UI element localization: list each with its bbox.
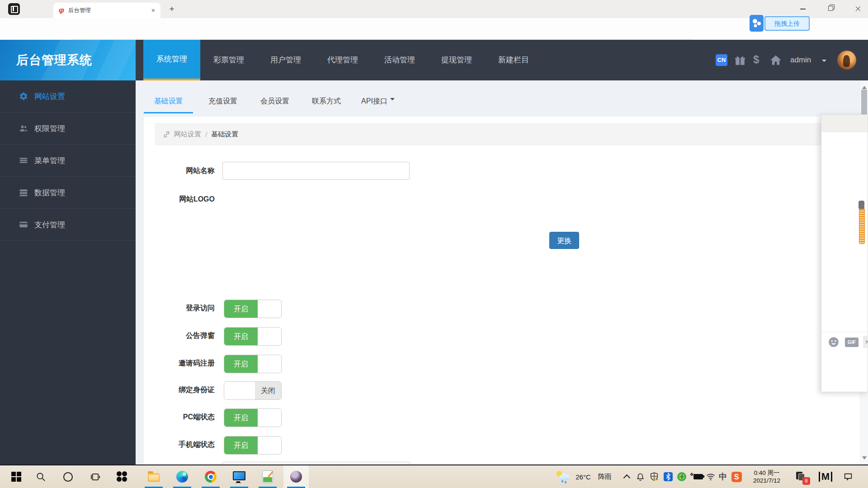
taskbar-image-editor[interactable] (255, 465, 280, 488)
taskbar-search-icon[interactable] (33, 465, 49, 488)
clock-time: 0:40 周一 (753, 469, 780, 477)
toggle-pc-status[interactable]: 开启 (224, 408, 282, 427)
language-badge[interactable]: CN (716, 54, 727, 66)
screen: φ 后台管理 × + ← → 不安全 aあ ☆+ ⋯ (0, 0, 868, 488)
taskbar-remote-desktop[interactable] (226, 465, 252, 488)
screenshot-scissors-icon[interactable]: ✂ (863, 336, 868, 348)
emoji-icon[interactable] (828, 336, 840, 348)
app-logo-text: 后台管理系统 (0, 40, 136, 80)
top-menu-item-activities[interactable]: 活动管理 (371, 40, 428, 80)
task-view-icon[interactable] (87, 465, 103, 488)
messages-app-icon[interactable]: 8 (792, 465, 810, 488)
site-name-input[interactable]: i obd.com (222, 162, 410, 180)
security-shield-icon[interactable] (647, 465, 661, 488)
clock-date: 2021/7/12 (753, 477, 780, 484)
cortana-icon[interactable] (60, 465, 76, 488)
drag-upload-tooltip[interactable]: 拖拽上传 (764, 16, 810, 31)
im-app-icon[interactable]: M (816, 465, 835, 488)
top-menu-item-system[interactable]: 系统管理 (143, 40, 200, 80)
bluetooth-icon[interactable] (662, 465, 675, 488)
taskbar-active-app[interactable] (283, 465, 309, 488)
tab-contact[interactable]: 联系方式 (299, 80, 354, 113)
action-center-icon[interactable] (839, 465, 857, 488)
admin-caret-down-icon[interactable] (822, 60, 826, 64)
netdisk-upload-icon[interactable] (750, 15, 764, 32)
sidebar-item-menus[interactable]: 菜单管理 (0, 145, 136, 177)
sogou-icon[interactable]: S (730, 465, 743, 488)
dollar-icon[interactable]: $ (753, 53, 759, 66)
chat-overlay-panel: GIF ✂ (821, 114, 868, 392)
toggle-login-access[interactable]: 开启 (224, 300, 282, 318)
credit-card-icon (19, 220, 28, 229)
window-minimize-button[interactable] (790, 0, 816, 18)
browser-tab[interactable]: φ 后台管理 × (53, 3, 160, 18)
tab-close-icon[interactable]: × (151, 7, 155, 14)
tab-api-dropdown[interactable]: API接口 (351, 80, 405, 113)
toggle-announcement-popup[interactable]: 开启 (224, 327, 282, 346)
taskbar-clock[interactable]: 0:40 周一 2021/7/12 (744, 465, 789, 488)
tab-member-settings[interactable]: 会员设置 (248, 80, 302, 113)
taskbar-chrome[interactable] (198, 465, 223, 488)
tab-recharge-settings[interactable]: 充值设置 (196, 80, 250, 113)
tab-basic-settings[interactable]: 基础设置 (144, 80, 193, 113)
gear-icon (19, 92, 28, 101)
database-server-icon (19, 188, 28, 197)
toggle-label-id-binding: 绑定身份证 (144, 385, 215, 395)
monitor-icon (233, 471, 245, 480)
sidebar-item-permissions[interactable]: 权限管理 (0, 113, 136, 145)
windows-logo-icon (11, 472, 21, 482)
taskbar-edge[interactable] (170, 465, 195, 488)
scroll-up-icon[interactable] (862, 84, 867, 89)
weather-icon[interactable] (555, 465, 571, 488)
chevron-down-icon (390, 98, 395, 103)
toggle-on-state: 开启 (224, 436, 258, 454)
admin-avatar[interactable] (837, 51, 856, 70)
scroll-down-icon[interactable] (862, 456, 867, 462)
window-restore-button[interactable] (818, 0, 843, 18)
taskbar-file-explorer[interactable] (141, 465, 166, 488)
wifi-icon[interactable] (704, 465, 717, 488)
breadcrumb-section[interactable]: 网站设置 (174, 130, 201, 139)
top-menu-item-new-column[interactable]: 新建栏目 (485, 40, 542, 80)
scrollbar-thumb[interactable] (861, 89, 867, 117)
admin-username[interactable]: admin (790, 56, 811, 65)
gif-icon[interactable]: GIF (845, 338, 859, 347)
sidebar-item-data[interactable]: 数据管理 (0, 177, 136, 209)
gift-icon[interactable] (734, 55, 746, 66)
toggle-bind-id-card[interactable]: 关闭 (224, 381, 282, 400)
toggle-label-mobile-status: 手机端状态 (144, 440, 215, 450)
weather-condition[interactable]: 阵雨 (596, 465, 614, 488)
breadcrumb-separator: / (205, 131, 207, 138)
top-menu-item-agents[interactable]: 代理管理 (314, 40, 371, 80)
unread-count-badge: 8 (802, 477, 810, 485)
start-button[interactable] (7, 465, 25, 488)
notification-bell-icon[interactable] (634, 465, 646, 488)
browser-tabstrip: φ 后台管理 × + (0, 0, 868, 18)
top-menu-item-withdraw[interactable]: 提现管理 (428, 40, 485, 80)
new-tab-button[interactable]: + (166, 4, 177, 14)
change-logo-button[interactable]: 更换 (549, 232, 579, 249)
folder-icon (148, 473, 160, 482)
breadcrumb: 网站设置 / 基础设置 (155, 123, 849, 145)
site-favicon-icon: φ (59, 6, 64, 15)
taskbar-app-circles-icon[interactable] (113, 465, 131, 488)
top-menu-item-lottery[interactable]: 彩票管理 (200, 40, 257, 80)
home-icon[interactable] (769, 54, 781, 66)
tab-actions-icon[interactable] (8, 3, 20, 15)
content-area: 基础设置 充值设置 会员设置 联系方式 API接口 网站设置 / 基础设置 网站… (136, 80, 868, 465)
ime-indicator[interactable]: 中 (717, 465, 729, 488)
sidebar-item-payments[interactable]: 支付管理 (0, 209, 136, 241)
toggle-invite-code-register[interactable]: 开启 (224, 355, 282, 373)
sidebar-item-site-settings[interactable]: 网站设置 (0, 80, 136, 113)
sidebar-item-label: 支付管理 (34, 220, 65, 230)
tray-expand-chevron-icon[interactable] (620, 465, 633, 488)
weather-temp[interactable]: 26°C (571, 465, 595, 488)
toggle-mobile-status[interactable]: 开启 (224, 436, 282, 455)
top-menu-item-users[interactable]: 用户管理 (257, 40, 314, 80)
battery-icon[interactable] (689, 465, 704, 488)
antivirus-icon[interactable] (675, 465, 688, 488)
window-close-button[interactable] (845, 0, 868, 18)
chat-scroll-cap[interactable] (859, 201, 864, 209)
sidebar-item-label: 菜单管理 (34, 155, 65, 166)
value-mask-overlay (224, 163, 408, 174)
